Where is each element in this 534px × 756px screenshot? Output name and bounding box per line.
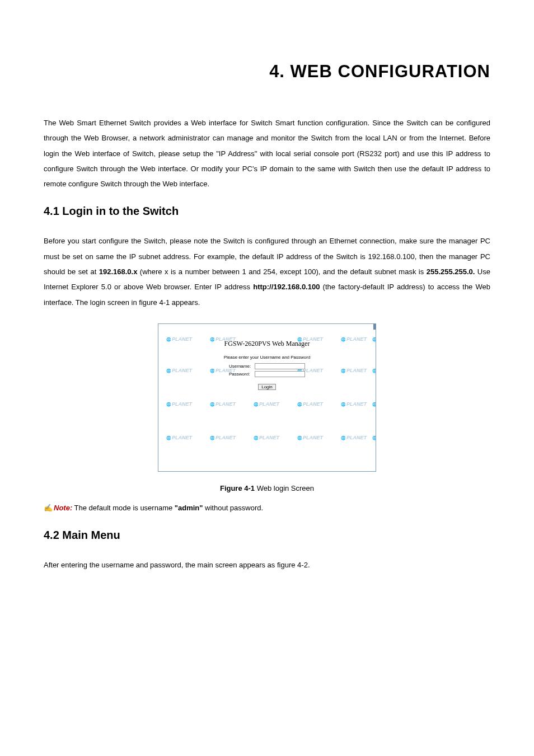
- figure-text: Web login Screen: [255, 484, 314, 492]
- planet-watermark: PLANET: [296, 401, 324, 407]
- planet-watermark: PLANET: [252, 401, 280, 407]
- figure-4-1: PLANET PLANET PLANET PLANET PLANET PLANE…: [44, 323, 490, 492]
- section-4-2-heading: 4.2 Main Menu: [44, 529, 490, 542]
- password-row: Password:: [158, 371, 376, 377]
- admin-bold: "admin": [175, 504, 203, 512]
- password-label: Password:: [229, 372, 255, 377]
- figure-caption: Figure 4-1 Web login Screen: [44, 484, 490, 492]
- username-input[interactable]: [255, 363, 305, 369]
- login-title: FGSW-2620PVS Web Manager: [158, 340, 376, 348]
- figure-number: Figure 4-1: [220, 484, 255, 492]
- planet-watermark: PLANET: [340, 435, 368, 440]
- note-text: without password.: [203, 504, 263, 512]
- section-4-2-paragraph: After entering the username and password…: [44, 557, 490, 572]
- ip-range-bold: 192.168.0.x: [99, 267, 138, 276]
- pen-icon: ✍: [44, 504, 53, 512]
- note-line: ✍Note: The default mode is username "adm…: [44, 504, 490, 512]
- planet-watermark: PLANET: [340, 401, 368, 407]
- username-row: Username:: [158, 363, 376, 369]
- subnet-mask-bold: 255.255.255.0.: [427, 267, 475, 276]
- note-text: The default mode is username: [72, 504, 175, 512]
- login-button-row: Login: [158, 381, 376, 391]
- intro-paragraph: The Web Smart Ethernet Switch provides a…: [44, 115, 490, 191]
- section-4-1-paragraph: Before you start configure the Switch, p…: [44, 233, 490, 309]
- password-input[interactable]: [255, 371, 305, 377]
- planet-watermark: PLANET: [371, 401, 376, 407]
- text: (where x is a number between 1 and 254, …: [137, 267, 426, 276]
- planet-watermark: PLANET: [252, 435, 280, 440]
- planet-watermark: PLANET: [209, 401, 237, 407]
- section-4-1-heading: 4.1 Login in to the Switch: [44, 205, 490, 218]
- planet-watermark: PLANET: [296, 435, 324, 440]
- login-form: FGSW-2620PVS Web Manager Please enter yo…: [158, 324, 376, 391]
- note-prefix: Note:: [54, 504, 72, 512]
- username-label: Username:: [229, 364, 255, 369]
- chapter-title: 4. WEB CONFIGURATION: [44, 62, 490, 82]
- planet-watermark: PLANET: [165, 401, 193, 407]
- login-button[interactable]: Login: [258, 384, 276, 390]
- planet-watermark: PLANET: [165, 435, 193, 440]
- planet-watermark: PLANET: [371, 435, 376, 440]
- login-screenshot: PLANET PLANET PLANET PLANET PLANET PLANE…: [158, 323, 376, 472]
- planet-watermark: PLANET: [209, 435, 237, 440]
- login-subtitle: Please enter your Username and Password: [158, 355, 376, 360]
- default-url-bold: http://192.168.0.100: [253, 283, 320, 291]
